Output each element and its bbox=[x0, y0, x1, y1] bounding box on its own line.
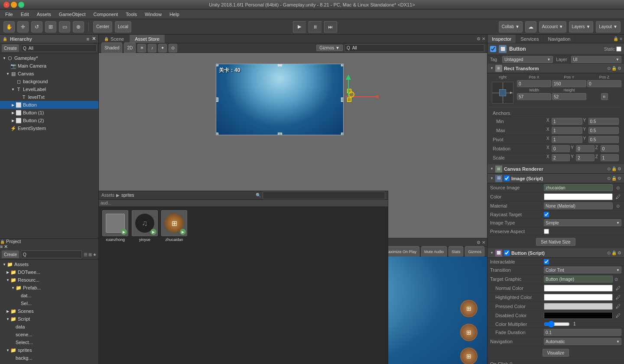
menu-file[interactable]: File bbox=[2, 11, 16, 18]
close-btn[interactable]: × bbox=[3, 2, 10, 8]
static-checkbox[interactable] bbox=[616, 46, 621, 52]
tree-item-background[interactable]: ◻ background bbox=[0, 78, 98, 85]
rt-expand-icon[interactable]: R bbox=[601, 93, 608, 100]
project-tree-assets[interactable]: ▼ 📁 Assets bbox=[0, 260, 98, 268]
menu-gameobject[interactable]: GameObject bbox=[55, 11, 89, 18]
bs-enable-checkbox[interactable] bbox=[504, 250, 510, 256]
color-multiplier-slider[interactable] bbox=[544, 322, 570, 327]
sky-btn[interactable]: ⊙ bbox=[169, 44, 177, 52]
pivot-x-field[interactable]: 1 bbox=[552, 136, 582, 143]
cloud-btn[interactable]: ☁ bbox=[525, 21, 536, 32]
menu-help[interactable]: Help bbox=[166, 11, 183, 18]
tree-item-main-camera[interactable]: 📷 Main Camera bbox=[0, 62, 98, 70]
scale-z-field[interactable]: 1 bbox=[601, 154, 619, 161]
lighting-btn[interactable]: ☀ bbox=[137, 44, 146, 52]
is-fold-arrow[interactable]: ▼ bbox=[490, 176, 494, 180]
bs-gear-icon[interactable]: ⚙ bbox=[618, 250, 621, 255]
color-picker[interactable] bbox=[544, 193, 613, 200]
width-field[interactable]: 57 bbox=[517, 93, 551, 100]
audio-btn[interactable]: ♪ bbox=[148, 44, 156, 52]
material-target-icon[interactable]: ⊙ bbox=[614, 202, 621, 209]
bs-lock-icon[interactable]: 🔒 bbox=[611, 250, 617, 255]
tag-dropdown[interactable]: Untagged ▼ bbox=[502, 56, 553, 63]
max-x-field[interactable]: 1 bbox=[552, 127, 582, 134]
project-tree-scenes[interactable]: ▶ 📁 Scenes bbox=[0, 307, 98, 315]
rt-target-icon[interactable]: ⊙ bbox=[607, 66, 611, 71]
layers-btn[interactable]: Layers ▼ bbox=[569, 21, 594, 32]
corner-handle-bl[interactable] bbox=[216, 133, 218, 135]
menu-edit[interactable]: Edit bbox=[17, 11, 32, 18]
tab-inspector[interactable]: Inspector bbox=[488, 35, 516, 43]
layer-dropdown[interactable]: UI ▼ bbox=[571, 56, 622, 63]
project-create-btn[interactable]: Create bbox=[2, 250, 19, 258]
project-tree-dat[interactable]: dat... bbox=[0, 292, 98, 299]
stats-btn[interactable]: Stats bbox=[448, 246, 464, 257]
mid-handle-right[interactable] bbox=[341, 98, 344, 102]
shaded-dropdown[interactable]: Shaded bbox=[101, 42, 122, 54]
project-grid-view-icon[interactable]: ⊞ bbox=[88, 252, 92, 257]
fade-duration-field[interactable]: 0.1 bbox=[544, 329, 621, 336]
hierarchy-menu-icon[interactable]: ≡ bbox=[87, 36, 89, 42]
target-graphic-icon[interactable]: ⊙ bbox=[614, 277, 621, 282]
tree-item-button-1[interactable]: ▶ ⬜ Button (1) bbox=[0, 109, 98, 117]
interactable-checkbox[interactable] bbox=[544, 259, 549, 264]
project-search-input[interactable] bbox=[21, 250, 82, 258]
max-y-field[interactable]: 0.5 bbox=[588, 127, 619, 134]
pressed-color-eyedropper[interactable]: 🖊 bbox=[614, 303, 621, 310]
material-field[interactable]: None (Material) bbox=[544, 202, 613, 209]
pos-z-field[interactable]: 0 bbox=[587, 80, 621, 87]
project-tree-prefab[interactable]: ▼ 📁 Prefab... bbox=[0, 284, 98, 292]
rotate-tool-btn[interactable]: ↺ bbox=[31, 21, 42, 32]
is-target-icon[interactable]: ⊙ bbox=[607, 176, 611, 181]
hierarchy-search-input[interactable] bbox=[21, 44, 97, 52]
scene-close-icon[interactable]: ✕ bbox=[482, 36, 485, 41]
cr-gear-icon[interactable]: ⚙ bbox=[618, 166, 621, 171]
is-lock-icon[interactable]: 🔒 bbox=[611, 176, 617, 181]
highlighted-color-picker[interactable] bbox=[544, 294, 613, 301]
mute-audio-btn[interactable]: Mute Audio bbox=[421, 246, 447, 257]
transition-dropdown[interactable]: Color Tint ▼ bbox=[544, 266, 621, 273]
rect-tool-btn[interactable]: ▭ bbox=[59, 21, 70, 32]
rot-x-field[interactable]: 0 bbox=[552, 145, 570, 152]
inspector-menu-icon[interactable]: ≡ bbox=[620, 36, 622, 41]
hierarchy-close-icon[interactable]: ✕ bbox=[92, 36, 96, 42]
project-tree-scene-file[interactable]: scene... bbox=[0, 331, 98, 338]
rot-y-field[interactable]: 0 bbox=[576, 145, 594, 152]
mid-handle-left[interactable] bbox=[216, 98, 218, 102]
maximize-btn[interactable]: □ bbox=[18, 2, 24, 8]
tab-services[interactable]: Services bbox=[516, 35, 543, 43]
raycast-checkbox[interactable] bbox=[544, 212, 549, 217]
image-type-dropdown[interactable]: Simple ▼ bbox=[544, 219, 621, 226]
inspector-lock-icon[interactable]: 🔒 bbox=[613, 36, 618, 41]
object-active-checkbox[interactable] bbox=[490, 46, 496, 52]
normal-color-eyedropper[interactable]: 🖊 bbox=[614, 285, 621, 292]
project-tree-lijie[interactable]: lijie_z... bbox=[0, 362, 98, 364]
layout-btn[interactable]: Layout ▼ bbox=[596, 21, 621, 32]
pause-btn[interactable]: ⏸ bbox=[309, 21, 322, 32]
gizmos-btn[interactable]: Gizmos ▼ bbox=[316, 45, 343, 51]
step-btn[interactable]: ⏭ bbox=[324, 21, 337, 32]
project-tree-sprites[interactable]: ▼ 📁 sprites bbox=[0, 346, 98, 354]
highlighted-color-eyedropper[interactable]: 🖊 bbox=[614, 294, 621, 301]
anchors-preset-visual[interactable]: ▶ bbox=[492, 82, 514, 104]
pos-x-field[interactable]: 0 bbox=[517, 80, 551, 87]
normal-color-picker[interactable] bbox=[544, 285, 613, 292]
project-menu-icon[interactable]: ≡ bbox=[0, 244, 3, 249]
disabled-color-eyedropper[interactable]: 🖊 bbox=[614, 312, 621, 319]
game-btn-1[interactable]: ⊞ bbox=[460, 300, 478, 317]
hierarchy-create-btn[interactable]: Create bbox=[2, 44, 19, 52]
bs-target-icon[interactable]: ⊙ bbox=[607, 250, 611, 255]
preserve-checkbox[interactable] bbox=[544, 229, 549, 234]
bs-fold-arrow[interactable]: ▼ bbox=[490, 251, 494, 255]
project-favorites-icon[interactable]: ★ bbox=[93, 252, 97, 257]
asset-store-tab[interactable]: Asset Store bbox=[130, 35, 165, 43]
transform-tool-btn[interactable]: ⊕ bbox=[73, 21, 84, 32]
hand-tool-btn[interactable]: ✋ bbox=[3, 21, 15, 32]
tab-navigation[interactable]: Navigation bbox=[543, 35, 575, 43]
rt-lock-icon[interactable]: 🔒 bbox=[611, 66, 617, 71]
project-tree-sel[interactable]: Sel... bbox=[0, 299, 98, 307]
rt-gear-icon[interactable]: ⚙ bbox=[618, 66, 621, 71]
scene-search-input[interactable] bbox=[344, 44, 484, 52]
project-tree-script[interactable]: ▼ 📁 Script bbox=[0, 315, 98, 323]
project-tree-backg[interactable]: backg... bbox=[0, 354, 98, 362]
